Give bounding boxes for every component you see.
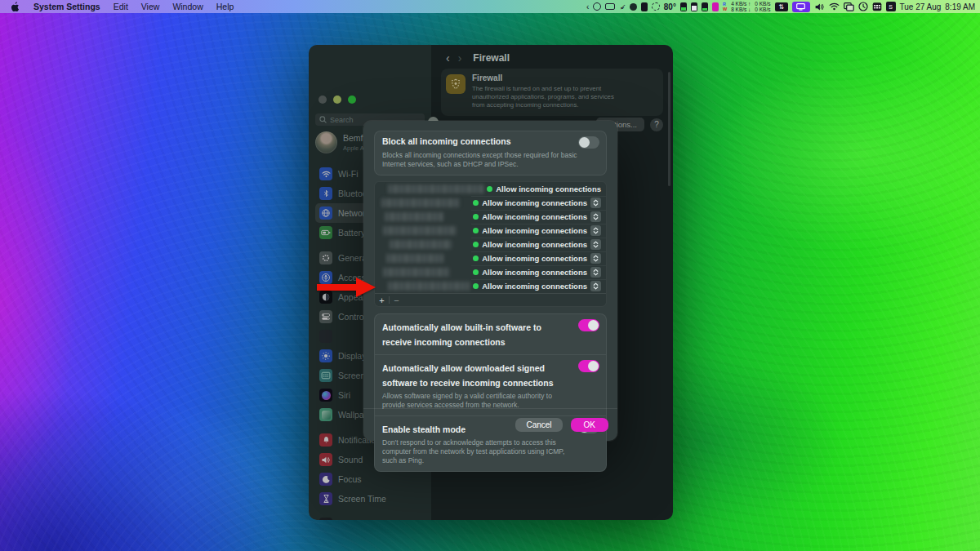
- block-all-toggle[interactable]: [578, 136, 599, 149]
- connection-stepper[interactable]: [590, 225, 601, 236]
- menubar-time[interactable]: 8:19 AM: [945, 2, 975, 11]
- connection-stepper[interactable]: [590, 211, 601, 222]
- battery-app-icon[interactable]: [641, 0, 648, 13]
- sidebar-item-label: Wi-Fi: [338, 169, 359, 179]
- allowed-app-row[interactable]: Allow incoming connections: [375, 265, 606, 279]
- status-dot-icon: [473, 269, 479, 275]
- display-icon[interactable]: [605, 0, 615, 13]
- gear-icon: [319, 251, 332, 264]
- globe-icon: [319, 207, 332, 220]
- status-dot-icon: [473, 242, 479, 247]
- allowed-app-row[interactable]: Allow incoming connections: [375, 279, 606, 293]
- wifi-icon[interactable]: [829, 0, 840, 13]
- redacted-app-name: [390, 240, 452, 249]
- menubar-date[interactable]: Tue 27 Aug: [900, 2, 942, 11]
- firewall-card-description: The firewall is turned on and set up to …: [472, 85, 619, 109]
- dialog-footer: Cancel OK: [363, 408, 617, 441]
- setting-title: Automatically allow downloaded signed so…: [382, 363, 553, 388]
- connection-status-label: Allow incoming connections: [482, 282, 587, 291]
- remove-app-button[interactable]: −: [390, 294, 403, 306]
- network-speed-primary[interactable]: 4 KB/s ↑8 KB/s ↓: [731, 1, 751, 12]
- volume-icon[interactable]: [814, 0, 825, 13]
- setting-toggle-1[interactable]: [578, 360, 599, 372]
- status-dot-icon: [473, 228, 479, 233]
- connection-stepper[interactable]: [590, 281, 601, 291]
- speaker-icon: [319, 453, 332, 466]
- sidebar-item-focus[interactable]: Focus: [315, 469, 425, 489]
- setting-description: Don't respond to or acknowledge attempts…: [382, 438, 572, 465]
- firewall-card: Firewall The firewall is turned on and s…: [441, 69, 663, 116]
- allowed-app-row[interactable]: Allow incoming connections: [375, 196, 606, 210]
- calendar-icon[interactable]: [872, 0, 882, 13]
- connection-stepper[interactable]: [590, 253, 601, 264]
- ok-button[interactable]: OK: [571, 418, 608, 432]
- allowed-app-row[interactable]: Allow incoming connections: [375, 238, 606, 251]
- redacted-app-name: [383, 268, 450, 277]
- stage-manager-icon[interactable]: [844, 0, 854, 13]
- chevron-left-icon[interactable]: ‹: [586, 0, 589, 13]
- bandwidth-icon[interactable]: ⇅: [775, 2, 788, 11]
- sidebar-item-label: Battery: [338, 228, 365, 238]
- apple-menu-icon[interactable]: [11, 0, 20, 13]
- close-button[interactable]: [318, 96, 327, 104]
- menu-edit[interactable]: Edit: [114, 2, 128, 11]
- minimize-button[interactable]: [333, 96, 341, 104]
- circular-arrow-icon[interactable]: [593, 0, 601, 13]
- connection-status-label: Allow incoming connections: [496, 184, 601, 193]
- block-all-group: Block all incoming connections Blocks al…: [374, 131, 607, 176]
- auto-allow-group: Automatically allow built-in software to…: [374, 313, 607, 472]
- status-dot-icon: [487, 186, 492, 192]
- connection-stepper[interactable]: [590, 267, 601, 278]
- sidebar-item-lock-screen[interactable]: Lock Screen: [315, 514, 425, 520]
- record-icon[interactable]: [630, 0, 637, 13]
- forward-chevron-icon[interactable]: ›: [458, 51, 462, 64]
- search-placeholder: Search: [330, 116, 354, 124]
- cpu-meter-icon[interactable]: [680, 2, 687, 11]
- sidebar-item-label: Siri: [338, 390, 350, 400]
- block-all-title: Block all incoming connections: [382, 136, 511, 147]
- zoom-button[interactable]: [348, 96, 356, 104]
- hidden-icon: [319, 330, 332, 343]
- cancel-button[interactable]: Cancel: [515, 418, 562, 432]
- menu-help[interactable]: Help: [216, 2, 234, 11]
- traffic-lights: [318, 96, 356, 104]
- allowed-app-row[interactable]: Allow incoming connections: [375, 210, 606, 224]
- toggles-icon: [319, 310, 332, 323]
- sidebar-item-label: Screen Time: [338, 494, 386, 504]
- firewall-options-dialog: Block all incoming connections Blocks al…: [363, 121, 617, 441]
- main-scrollbar[interactable]: [668, 72, 670, 186]
- sun-icon: [319, 349, 332, 362]
- disk-meter-icon[interactable]: [702, 2, 708, 11]
- menu-bar: System Settings EditViewWindowHelp ‹ ⌄̷ …: [0, 0, 980, 13]
- allowed-app-row[interactable]: Allow incoming connections: [375, 182, 606, 196]
- connection-stepper[interactable]: [590, 239, 601, 250]
- screen-sharing-icon[interactable]: [792, 2, 810, 12]
- memory-meter-icon[interactable]: [691, 2, 697, 11]
- disk-activity-icon[interactable]: [712, 2, 719, 11]
- menubar-app-name[interactable]: System Settings: [33, 2, 100, 11]
- help-button[interactable]: ?: [650, 118, 663, 131]
- setting-row-0: Automatically allow built-in software to…: [375, 314, 606, 354]
- gear-flower-icon[interactable]: [652, 0, 660, 13]
- allowed-app-row[interactable]: Allow incoming connections: [375, 224, 606, 238]
- redacted-app-name: [388, 184, 484, 193]
- sidebar-item-screen-time[interactable]: Screen Time: [315, 489, 425, 509]
- firewall-shield-icon: [446, 74, 466, 94]
- shortcut-icon[interactable]: ⌄̷: [619, 0, 626, 13]
- menu-view[interactable]: View: [141, 2, 160, 11]
- clock-icon[interactable]: [858, 0, 868, 13]
- input-source-icon[interactable]: S: [886, 2, 896, 11]
- page-title: Firewall: [473, 52, 510, 64]
- firewall-card-title: Firewall: [472, 73, 657, 82]
- menu-window[interactable]: Window: [172, 2, 203, 11]
- temperature-status[interactable]: 80°: [664, 2, 676, 11]
- connection-stepper[interactable]: [590, 198, 601, 208]
- add-app-button[interactable]: +: [375, 294, 389, 306]
- redacted-app-name: [385, 212, 443, 221]
- setting-toggle-0[interactable]: [578, 319, 599, 331]
- network-speed-secondary[interactable]: 0 KB/s0 KB/s: [755, 1, 770, 12]
- back-chevron-icon[interactable]: ‹: [446, 51, 450, 64]
- allowed-app-row[interactable]: Allow incoming connections: [375, 251, 606, 265]
- allowed-apps-list: Allow incoming connectionsAllow incoming…: [374, 181, 607, 307]
- list-toolbar: + −: [375, 293, 606, 306]
